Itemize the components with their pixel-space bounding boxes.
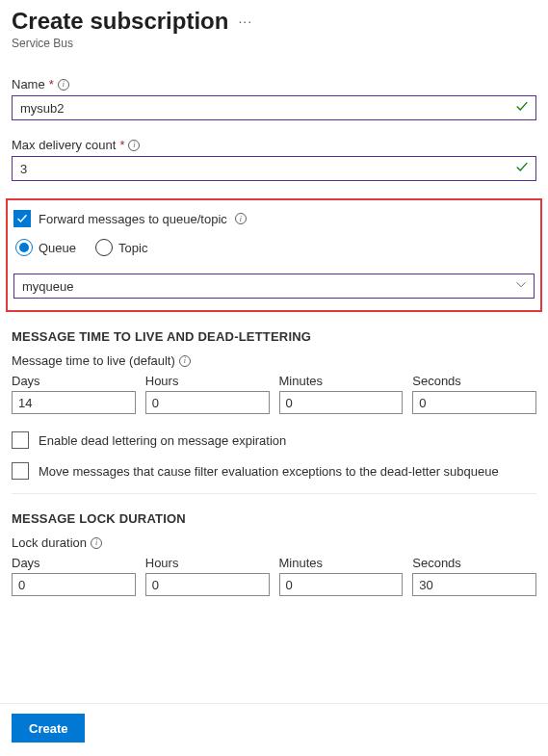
ttl-hours-input[interactable] bbox=[145, 391, 270, 414]
create-button[interactable]: Create bbox=[12, 714, 85, 743]
info-icon[interactable]: i bbox=[91, 537, 102, 549]
ttl-seconds-input[interactable] bbox=[412, 391, 536, 414]
forward-target-select[interactable] bbox=[13, 274, 535, 299]
dead-letter-checkbox[interactable] bbox=[12, 431, 29, 449]
topic-radio[interactable] bbox=[95, 239, 113, 256]
page-subtitle: Service Bus bbox=[12, 37, 536, 50]
lock-seconds-input[interactable] bbox=[412, 573, 536, 596]
required-asterisk: * bbox=[49, 77, 54, 91]
info-icon[interactable]: i bbox=[58, 79, 69, 91]
ttl-minutes-label: Minutes bbox=[279, 374, 404, 388]
check-icon bbox=[515, 100, 529, 117]
section-divider bbox=[12, 493, 536, 494]
more-menu-button[interactable]: ··· bbox=[238, 13, 252, 29]
info-icon[interactable]: i bbox=[128, 140, 140, 151]
dead-letter-checkbox-label: Enable dead lettering on message expirat… bbox=[39, 433, 286, 448]
filter-exception-checkbox[interactable] bbox=[12, 462, 29, 480]
lock-minutes-label: Minutes bbox=[279, 556, 404, 570]
ttl-minutes-input[interactable] bbox=[279, 391, 404, 414]
forward-section-highlight: Forward messages to queue/topic i Queue … bbox=[6, 198, 542, 312]
lock-days-label: Days bbox=[12, 556, 136, 570]
ttl-days-input[interactable] bbox=[12, 391, 136, 414]
info-icon[interactable]: i bbox=[235, 213, 247, 224]
page-title: Create subscription bbox=[12, 8, 228, 35]
max-delivery-label: Max delivery count bbox=[12, 138, 116, 152]
queue-radio-label: Queue bbox=[39, 241, 76, 255]
ttl-label: Message time to live (default) bbox=[12, 353, 175, 368]
lock-days-input[interactable] bbox=[12, 573, 136, 596]
required-asterisk: * bbox=[119, 138, 124, 152]
lock-section-heading: MESSAGE LOCK DURATION bbox=[12, 511, 536, 526]
forward-checkbox-label: Forward messages to queue/topic bbox=[39, 212, 227, 226]
lock-duration-label: Lock duration bbox=[12, 535, 87, 550]
lock-seconds-label: Seconds bbox=[412, 556, 536, 570]
queue-radio[interactable] bbox=[15, 239, 33, 256]
forward-checkbox[interactable] bbox=[13, 210, 31, 227]
ttl-days-label: Days bbox=[12, 374, 136, 388]
name-label: Name bbox=[12, 77, 45, 91]
ttl-section-heading: MESSAGE TIME TO LIVE AND DEAD-LETTERING bbox=[12, 329, 536, 344]
lock-hours-label: Hours bbox=[145, 556, 270, 570]
max-delivery-input[interactable] bbox=[12, 156, 536, 181]
filter-exception-checkbox-label: Move messages that cause filter evaluati… bbox=[39, 464, 499, 479]
topic-radio-label: Topic bbox=[118, 241, 147, 255]
check-icon bbox=[515, 161, 529, 177]
info-icon[interactable]: i bbox=[179, 355, 191, 367]
name-input[interactable] bbox=[12, 95, 536, 120]
lock-minutes-input[interactable] bbox=[279, 573, 404, 596]
lock-hours-input[interactable] bbox=[145, 573, 270, 596]
ttl-seconds-label: Seconds bbox=[412, 374, 536, 388]
ttl-hours-label: Hours bbox=[145, 374, 270, 388]
